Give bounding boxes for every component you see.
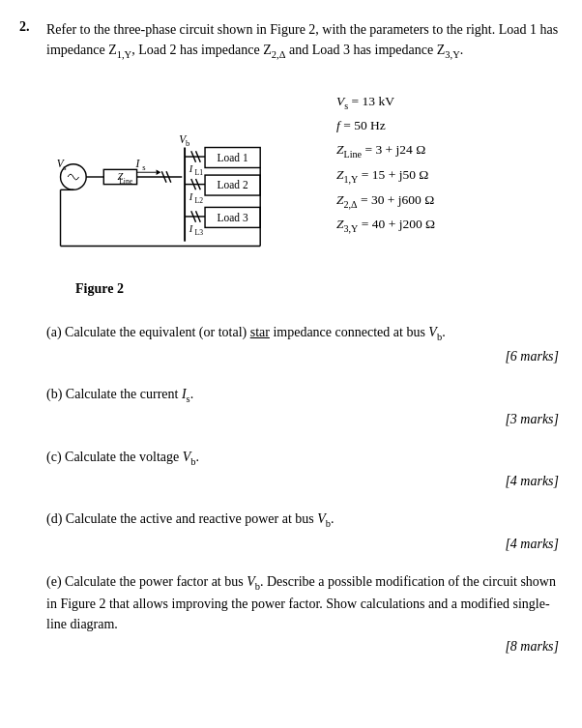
figure-caption: Figure 2	[46, 281, 327, 297]
underline-star: star	[250, 325, 270, 339]
circuit-svg: Z Line V s I s	[46, 80, 327, 274]
param-f: f = 50 Hz	[336, 114, 435, 137]
svg-text:L2: L2	[195, 195, 204, 204]
svg-text:I: I	[189, 190, 193, 201]
sub-question-b: (b) Calculate the current Is. [3 marks]	[46, 384, 559, 429]
sub-question-c: (c) Calculate the voltage Vb. [4 marks]	[46, 447, 559, 492]
figure-area: Z Line V s I s	[46, 80, 559, 312]
svg-text:Line: Line	[119, 176, 133, 185]
svg-text:Load 3: Load 3	[218, 211, 248, 222]
question-container: 2. Refer to the three-phase circuit show…	[19, 19, 559, 674]
part-d-text: (d) Calculate the active and reactive po…	[46, 509, 559, 532]
part-e-marks: [8 marks]	[46, 636, 559, 656]
svg-text:I: I	[135, 158, 141, 169]
sub-question-e: (e) Calculate the power factor at bus Vb…	[46, 571, 559, 657]
question-number: 2.	[19, 19, 37, 674]
sub-question-a: (a) Calculate the equivalent (or total) …	[46, 322, 559, 367]
part-a-text: (a) Calculate the equivalent (or total) …	[46, 322, 559, 345]
question-body: Refer to the three-phase circuit shown i…	[46, 19, 559, 674]
svg-text:s: s	[63, 162, 67, 172]
svg-text:s: s	[142, 162, 146, 172]
svg-text:L1: L1	[195, 168, 204, 177]
param-z3y: Z3,Y = 40 + j200 Ω	[336, 213, 435, 238]
circuit-diagram: Z Line V s I s	[46, 80, 327, 312]
param-vs: Vs = 13 kV	[336, 90, 435, 115]
svg-marker-10	[157, 169, 161, 175]
svg-text:I: I	[189, 223, 193, 234]
svg-text:b: b	[186, 137, 189, 147]
part-c-marks: [4 marks]	[46, 471, 559, 491]
svg-text:L3: L3	[195, 228, 204, 237]
part-e-text: (e) Calculate the power factor at bus Vb…	[46, 571, 559, 635]
part-a-marks: [6 marks]	[46, 346, 559, 366]
param-z2d: Z2,Δ = 30 + j600 Ω	[336, 189, 435, 214]
svg-text:I: I	[189, 163, 193, 174]
param-zline: ZLine = 3 + j24 Ω	[336, 138, 435, 163]
part-d-marks: [4 marks]	[46, 534, 559, 554]
part-b-text: (b) Calculate the current Is.	[46, 384, 559, 407]
sub-question-d: (d) Calculate the active and reactive po…	[46, 509, 559, 554]
part-c-text: (c) Calculate the voltage Vb.	[46, 447, 559, 470]
svg-text:Load 1: Load 1	[218, 151, 248, 162]
parameters: Vs = 13 kV f = 50 Hz ZLine = 3 + j24 Ω Z…	[336, 80, 435, 239]
svg-text:Load 2: Load 2	[218, 179, 248, 190]
intro-text: Refer to the three-phase circuit shown i…	[46, 19, 559, 63]
param-z1y: Z1,Y = 15 + j50 Ω	[336, 163, 435, 189]
part-b-marks: [3 marks]	[46, 409, 559, 429]
